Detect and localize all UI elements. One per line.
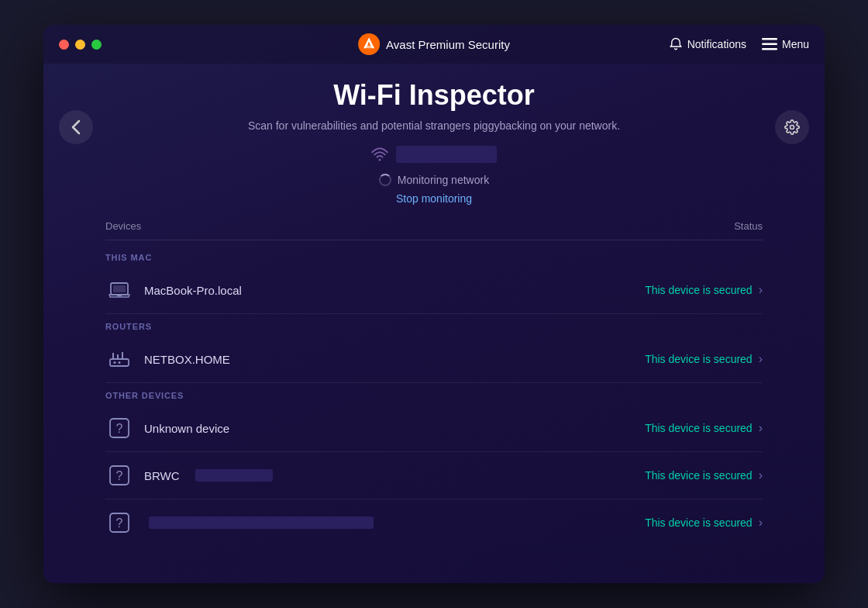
brwc-status: This device is secured	[645, 469, 753, 482]
svg-text:?: ?	[116, 469, 123, 482]
svg-text:?: ?	[116, 516, 123, 530]
titlebar-center: Avast Premium Security	[358, 33, 510, 55]
device-row-unknown[interactable]: ? Unknown device This device is secured …	[105, 405, 763, 452]
close-button[interactable]	[59, 40, 69, 50]
hamburger-icon	[762, 38, 777, 50]
menu-label: Menu	[782, 38, 809, 50]
device-row-macbook[interactable]: MacBook-Pro.local This device is secured…	[105, 267, 763, 314]
bell-icon	[669, 37, 683, 51]
settings-button[interactable]	[775, 110, 809, 144]
main-content: Wi-Fi Inspector Scan for vulnerabilities…	[43, 64, 825, 546]
monitoring-label: Monitoring network	[398, 174, 489, 186]
stop-monitoring-button[interactable]: Stop monitoring	[396, 192, 472, 205]
svg-rect-13	[122, 352, 123, 359]
unknown-device-icon-3: ?	[105, 509, 133, 537]
network-name	[396, 146, 497, 163]
app-window: Avast Premium Security Notifications Men…	[43, 25, 825, 583]
svg-rect-1	[762, 38, 777, 40]
table-header: Devices Status	[105, 220, 763, 240]
notifications-button[interactable]: Notifications	[669, 37, 746, 51]
svg-point-10	[114, 361, 116, 364]
section-other-devices: OTHER DEVICES	[105, 383, 763, 405]
monitoring-status: Monitoring network	[105, 174, 763, 186]
router-status: This device is secured	[645, 353, 753, 365]
status-column-header: Status	[734, 220, 763, 232]
traffic-lights	[59, 40, 102, 50]
devices-column-header: Devices	[105, 220, 141, 232]
section-routers: ROUTERS	[105, 314, 763, 336]
devices-table: Devices Status THIS MAC	[105, 220, 763, 546]
loading-spinner	[379, 174, 391, 186]
device-macbook-name: MacBook-Pro.local	[144, 284, 242, 297]
menu-button[interactable]: Menu	[762, 38, 809, 50]
avast-logo-icon	[358, 33, 380, 55]
router-icon	[105, 345, 133, 373]
page-title: Wi-Fi Inspector	[105, 79, 763, 112]
partial-device-redacted	[149, 516, 374, 529]
titlebar-right: Notifications Menu	[669, 37, 809, 51]
device-row-brwc[interactable]: ? BRWC This device is secured ›	[105, 452, 763, 499]
minimize-button[interactable]	[75, 40, 85, 50]
device-brwc-name: BRWC	[144, 469, 180, 482]
svg-rect-12	[117, 354, 119, 359]
unknown-device-icon-2: ?	[105, 461, 133, 489]
device-row-partial[interactable]: ? This device is secured ›	[105, 499, 763, 546]
svg-text:?: ?	[116, 422, 123, 435]
back-button[interactable]	[59, 110, 93, 144]
svg-point-4	[790, 126, 794, 130]
partial-status: This device is secured	[645, 516, 753, 529]
svg-point-5	[379, 159, 381, 161]
brwc-chevron-icon: ›	[759, 468, 763, 482]
svg-rect-3	[762, 48, 777, 50]
router-chevron-icon: ›	[759, 352, 763, 366]
svg-rect-7	[113, 285, 126, 292]
device-unknown-name: Unknown device	[144, 422, 229, 435]
partial-chevron-icon: ›	[759, 516, 763, 530]
device-row-router[interactable]: NETBOX.HOME This device is secured ›	[105, 336, 763, 383]
macbook-status: This device is secured	[645, 284, 753, 296]
titlebar: Avast Premium Security Notifications Men…	[43, 25, 825, 64]
gear-icon	[784, 119, 800, 135]
macbook-chevron-icon: ›	[759, 283, 763, 297]
unknown-status: This device is secured	[645, 422, 753, 434]
section-this-mac: THIS MAC	[105, 245, 763, 267]
laptop-icon	[105, 276, 133, 304]
network-display	[105, 146, 763, 163]
page-subtitle: Scan for vulnerabilities and potential s…	[105, 119, 763, 132]
maximize-button[interactable]	[91, 40, 102, 50]
svg-point-0	[358, 33, 380, 55]
device-router-name: NETBOX.HOME	[144, 353, 230, 366]
svg-rect-8	[117, 295, 122, 296]
notifications-label: Notifications	[687, 38, 746, 50]
unknown-device-icon-1: ?	[105, 414, 133, 442]
unknown-chevron-icon: ›	[759, 421, 763, 435]
svg-point-11	[119, 361, 121, 364]
brwc-redacted	[195, 469, 273, 482]
app-title: Avast Premium Security	[386, 38, 510, 51]
svg-rect-2	[762, 43, 777, 46]
chevron-left-icon	[71, 119, 81, 135]
svg-rect-14	[112, 353, 114, 359]
wifi-icon	[371, 147, 388, 161]
